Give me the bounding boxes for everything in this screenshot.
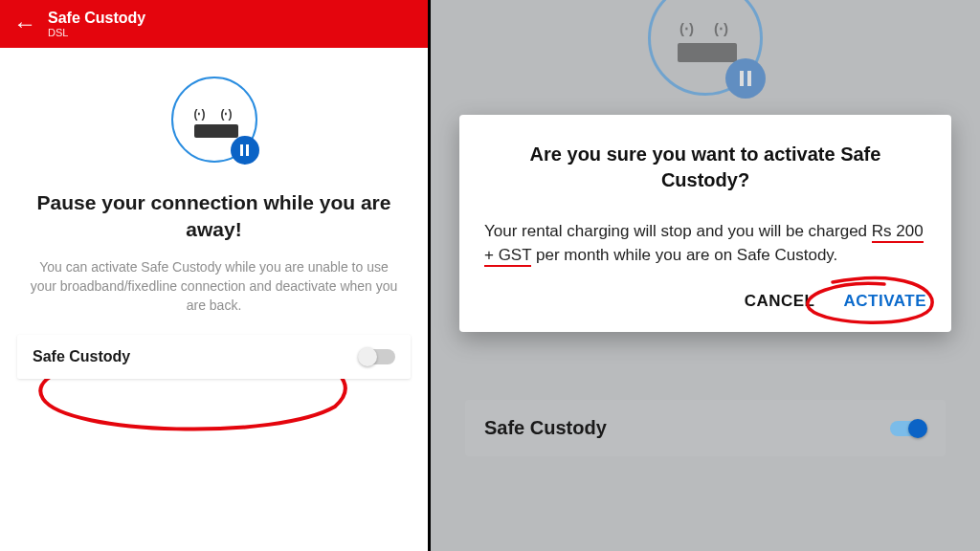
router-illustration-dimmed: (⋅) (⋅) (431, 0, 980, 96)
antenna-icon: (⋅) (194, 107, 206, 121)
dialog-title: Are you sure you want to activate Safe C… (484, 142, 926, 193)
safe-custody-switch[interactable] (359, 349, 395, 364)
toggle-label: Safe Custody (33, 348, 130, 365)
router-illustration: (⋅) (⋅) (0, 77, 428, 163)
hero-title: Pause your connection while you are away… (27, 189, 401, 244)
router-body-icon (194, 124, 238, 138)
activate-button[interactable]: ACTIVATE (844, 292, 926, 311)
pause-badge-icon (231, 136, 259, 165)
switch-knob-icon (908, 419, 927, 438)
hero-description: You can activate Safe Custody while you … (29, 257, 399, 316)
dialog-body-post: per month while you are on Safe Custody. (531, 246, 837, 264)
dialog-body: Your rental charging will stop and you w… (484, 220, 926, 267)
safe-custody-screen: ← Safe Custody DSL (⋅) (⋅) Pause your co… (0, 0, 431, 551)
pause-badge-icon (725, 58, 766, 99)
toggle-label: Safe Custody (484, 417, 607, 439)
cancel-button[interactable]: CANCEL (745, 292, 815, 311)
page-subtitle: DSL (48, 27, 145, 38)
switch-knob-icon (358, 347, 377, 366)
header-titles: Safe Custody DSL (48, 10, 145, 38)
antenna-icon: (⋅) (714, 20, 728, 37)
antenna-icon: (⋅) (679, 20, 694, 37)
back-icon[interactable]: ← (13, 12, 36, 35)
confirm-dialog-screen: (⋅) (⋅) Safe Custody Are you sure you wa… (431, 0, 980, 551)
router-body-icon (678, 43, 737, 62)
antenna-icon: (⋅) (221, 107, 233, 121)
safe-custody-switch-on (890, 421, 926, 436)
app-header: ← Safe Custody DSL (0, 0, 428, 48)
activate-confirm-dialog: Are you sure you want to activate Safe C… (459, 115, 951, 332)
router-circle-icon: (⋅) (⋅) (648, 0, 763, 96)
safe-custody-toggle-card-dimmed: Safe Custody (465, 400, 946, 456)
safe-custody-toggle-card[interactable]: Safe Custody (17, 335, 411, 379)
dialog-body-pre: Your rental charging will stop and you w… (484, 222, 872, 240)
dialog-actions: CANCEL ACTIVATE (484, 292, 926, 311)
page-title: Safe Custody (48, 10, 145, 27)
router-circle-icon: (⋅) (⋅) (171, 77, 257, 163)
